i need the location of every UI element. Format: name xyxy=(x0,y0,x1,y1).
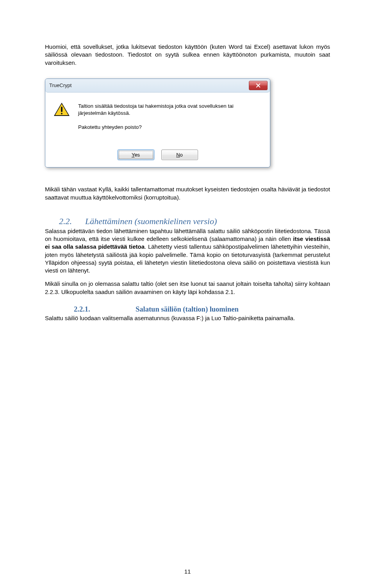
sec22-p1-part-a: Salassa pidettävän tiedon lähettäminen t… xyxy=(45,228,330,242)
section-2-2-number: 2.2. xyxy=(59,216,72,226)
dialog-yes-rest: es xyxy=(134,152,140,158)
page-number: 11 xyxy=(0,568,375,575)
dialog-yes-button[interactable]: Yes xyxy=(118,150,154,160)
section-2-2-paragraph-1: Salassa pidettävän tiedon lähettäminen t… xyxy=(45,227,330,275)
dialog-close-button[interactable] xyxy=(249,81,268,90)
intro-paragraph: Huomioi, että sovellukset, jotka lukitse… xyxy=(45,43,330,67)
section-2-2-heading: 2.2.Lähettäminen (suomenkielinen versio) xyxy=(59,216,330,226)
dialog-message-line2: Pakotettu yhteyden poisto? xyxy=(78,124,261,131)
after-dialog-paragraph: Mikäli tähän vastaat Kyllä, kaikki talle… xyxy=(45,185,330,201)
dialog-title: TrueCrypt xyxy=(48,82,71,88)
section-2-2-1-title: Salatun säiliön (taltion) luominen xyxy=(136,305,239,313)
section-2-2-1-number: 2.2.1. xyxy=(74,305,136,314)
truecrypt-dialog: TrueCrypt Taltion sisältää tiedostoja ta… xyxy=(45,78,270,168)
section-2-2-1-heading: 2.2.1.Salatun säiliön (taltion) luominen xyxy=(74,305,330,314)
warning-icon xyxy=(54,103,70,117)
section-2-2-paragraph-2: Mikäli sinulla on jo olemassa salattu ta… xyxy=(45,280,330,296)
close-icon xyxy=(256,83,261,88)
dialog-no-mnemonic: N xyxy=(176,152,180,158)
section-2-2-1-paragraph: Salattu säiliö luodaan valitsemalla asem… xyxy=(45,314,330,322)
dialog-no-button[interactable]: No xyxy=(161,150,198,160)
dialog-no-rest: o xyxy=(180,152,183,158)
dialog-message-line1: Taltion sisältää tiedostoja tai hakemist… xyxy=(78,103,261,117)
section-2-2-title: Lähettäminen (suomenkielinen versio) xyxy=(85,216,217,226)
